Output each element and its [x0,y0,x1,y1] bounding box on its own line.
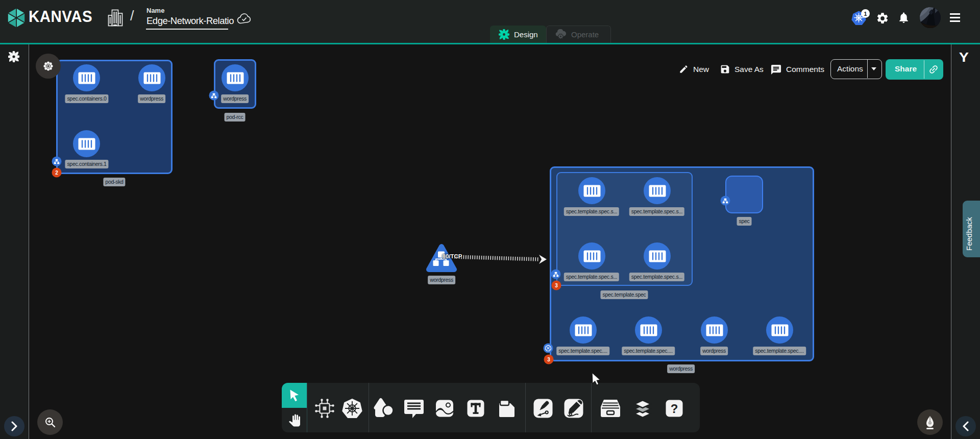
svg-text:?: ? [671,402,678,416]
